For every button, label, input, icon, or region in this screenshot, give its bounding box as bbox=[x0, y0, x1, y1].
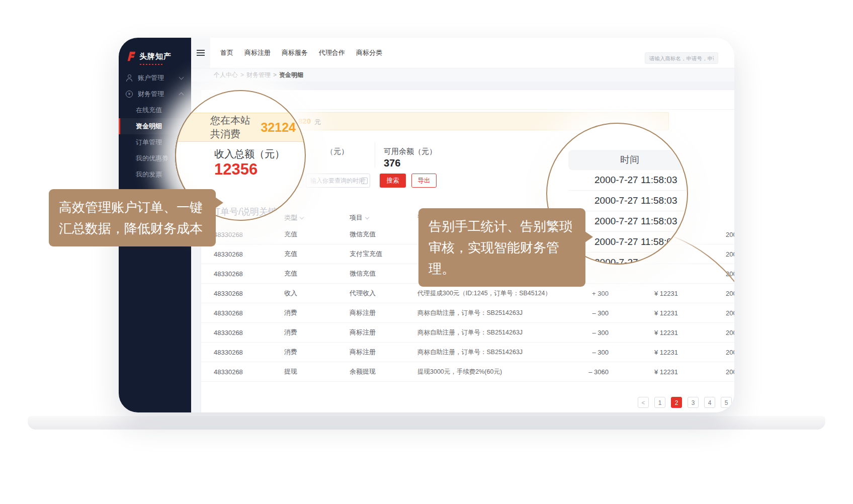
available-balance-label: 可用余额（元） bbox=[384, 147, 437, 156]
logo-subtext-decoration bbox=[140, 64, 164, 65]
nav-trademark-services[interactable]: 商标服务 bbox=[282, 48, 308, 57]
sidebar-item-finance[interactable]: 财务管理 bbox=[119, 86, 191, 102]
trademark-search-input[interactable] bbox=[645, 52, 718, 64]
divider bbox=[375, 142, 375, 167]
menu-toggle-button[interactable] bbox=[191, 38, 210, 68]
breadcrumb-item[interactable]: 财务管理 bbox=[246, 71, 271, 79]
search-button[interactable]: 搜索 bbox=[380, 174, 406, 188]
finance-icon bbox=[126, 91, 133, 98]
hamburger-icon bbox=[197, 48, 205, 57]
laptop-base bbox=[28, 416, 825, 430]
pagination: < 1 2 3 4 5 bbox=[638, 397, 734, 408]
page-button-5[interactable]: 5 bbox=[721, 397, 732, 408]
callout-right: 告别手工统计、告别繁琐审核，实现智能财务管理。 bbox=[418, 208, 585, 287]
magnified-income-label: 收入总额（元） bbox=[214, 147, 285, 161]
table-row: 48330268 消费 商标注册 商标自助注册，订单号：SB2514263J –… bbox=[201, 323, 734, 343]
sidebar-item-online-recharge[interactable]: 在线充值 bbox=[119, 102, 191, 118]
page-button-2-active[interactable]: 2 bbox=[671, 397, 682, 408]
available-balance-value: 376 bbox=[384, 157, 400, 169]
time-search-input[interactable] bbox=[306, 174, 370, 188]
breadcrumb-current: 资金明细 bbox=[279, 71, 303, 79]
magnified-time-header: 时间 bbox=[568, 150, 688, 170]
export-button[interactable]: 导出 bbox=[411, 174, 437, 188]
callout-left: 高效管理账户订单、一键汇总数据，降低财务成本 bbox=[49, 189, 216, 246]
user-icon bbox=[126, 74, 133, 81]
banner-amount: 820 bbox=[298, 117, 311, 125]
chevron-up-icon bbox=[179, 93, 184, 98]
nav-trademark-classification[interactable]: 商标分类 bbox=[356, 48, 382, 57]
logo: 头牌知产 bbox=[126, 51, 172, 62]
magnified-time-cell: 2000-7-27 11:58:03 bbox=[568, 211, 688, 232]
nav-trademark-registration[interactable]: 商标注册 bbox=[244, 48, 271, 57]
callout-arrow-right-icon bbox=[215, 197, 223, 208]
header-project[interactable]: 项目 bbox=[350, 213, 417, 222]
sidebar-item-account[interactable]: 账户管理 bbox=[119, 70, 191, 86]
prev-page-button[interactable]: < bbox=[638, 397, 649, 408]
top-navbar: 首页 商标注册 商标服务 代理合作 商标分类 bbox=[191, 38, 734, 68]
middle-stat-label: （元） bbox=[326, 147, 349, 156]
table-row: 48330268 提现 余额提现 提现3000元，手续费2%(60元) – 30… bbox=[201, 362, 734, 382]
breadcrumb-separator: > bbox=[273, 71, 277, 78]
page-button-1[interactable]: 1 bbox=[654, 397, 665, 408]
page-button-4[interactable]: 4 bbox=[704, 397, 715, 408]
magnified-income-value: 12356 bbox=[214, 160, 258, 179]
page-button-3[interactable]: 3 bbox=[688, 397, 699, 408]
nav-home[interactable]: 首页 bbox=[220, 48, 233, 57]
chevron-down-icon bbox=[179, 75, 184, 80]
breadcrumb: 个人中心 > 财务管理 > 资金明细 bbox=[191, 68, 734, 82]
table-row: 48330268 消费 商标注册 商标自助注册，订单号：SB2514263J –… bbox=[201, 303, 734, 323]
logo-icon bbox=[126, 51, 137, 62]
logo-title: 头牌知产 bbox=[139, 52, 172, 61]
top-nav-links: 首页 商标注册 商标服务 代理合作 商标分类 bbox=[220, 48, 382, 57]
magnified-time-cell: 2000-7-27 11:58:03 bbox=[568, 191, 688, 211]
magnified-banner: 您在本站共消费 32124 元 bbox=[175, 113, 306, 142]
breadcrumb-item[interactable]: 个人中心 bbox=[214, 71, 238, 79]
magnified-time-cell: 2000-7-27 11:58:03 bbox=[568, 170, 688, 191]
chevron-down-icon bbox=[300, 215, 304, 219]
chevron-down-icon bbox=[365, 215, 369, 219]
header-type[interactable]: 类型 bbox=[284, 213, 350, 222]
page-background: 头牌知产 账户管理 财务管理 在线充值 资金明细 bbox=[0, 0, 853, 504]
nav-agency-cooperation[interactable]: 代理合作 bbox=[319, 48, 345, 57]
magnified-banner-amount: 32124 bbox=[261, 120, 296, 135]
table-row: 48330268 消费 商标注册 商标自助注册，订单号：SB2514263J –… bbox=[201, 343, 734, 362]
calendar-icon[interactable] bbox=[361, 178, 368, 184]
breadcrumb-separator: > bbox=[240, 71, 244, 78]
callout-arrow-right-icon bbox=[585, 231, 593, 242]
banner-unit: 元 bbox=[314, 118, 321, 127]
